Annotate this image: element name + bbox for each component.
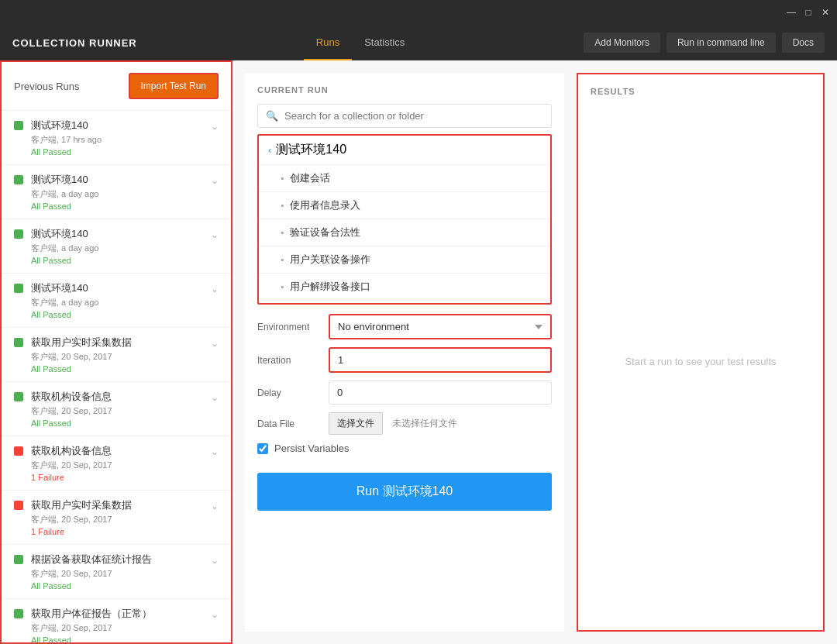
content-area: CURRENT RUN 🔍 ‹ 测试环境140 ▪创建会话▪使用者信息录入▪验证…	[232, 60, 837, 644]
run-item[interactable]: 根据设备获取体征统计报告 客户端, 20 Sep, 2017 All Passe…	[2, 545, 231, 599]
run-status-dot	[14, 338, 23, 347]
run-meta: 客户端, 20 Sep, 2017	[31, 351, 203, 363]
collection-item-label: 创建会话	[290, 171, 330, 185]
run-item[interactable]: 获取用户实时采集数据 客户端, 20 Sep, 2017 All Passed …	[2, 328, 231, 382]
current-run-panel: CURRENT RUN 🔍 ‹ 测试环境140 ▪创建会话▪使用者信息录入▪验证…	[245, 73, 564, 632]
run-info: 获取用户实时采集数据 客户端, 20 Sep, 2017 1 Failure	[31, 498, 203, 536]
run-item[interactable]: 测试环境140 客户端, 17 hrs ago All Passed ⌄	[2, 111, 231, 165]
minimize-button[interactable]: —	[786, 7, 797, 18]
current-run-title: CURRENT RUN	[257, 85, 552, 95]
run-info: 测试环境140 客户端, 17 hrs ago All Passed	[31, 119, 203, 157]
persist-checkbox[interactable]	[257, 443, 268, 454]
results-title: RESULTS	[591, 87, 811, 96]
run-info: 获取用户实时采集数据 客户端, 20 Sep, 2017 All Passed	[31, 336, 203, 374]
run-name: 测试环境140	[31, 227, 203, 241]
environment-select[interactable]: No environment	[329, 314, 552, 339]
iteration-label: Iteration	[257, 355, 319, 366]
run-status-dot	[14, 555, 23, 564]
run-status-text: All Passed	[31, 364, 203, 374]
collection-item-label: 用户解绑设备接口	[290, 280, 370, 294]
folder-icon: ▪	[281, 281, 284, 292]
chevron-icon: ⌄	[211, 392, 219, 403]
run-meta: 客户端, a day ago	[31, 188, 203, 200]
run-meta: 客户端, 20 Sep, 2017	[31, 622, 203, 634]
main-container: Previous Runs Import Test Run 测试环境140 客户…	[0, 60, 837, 644]
run-status-dot	[14, 284, 23, 293]
folder-icon: ▪	[281, 254, 284, 265]
run-status-dot	[14, 121, 23, 130]
run-status-text: 1 Failure	[31, 473, 203, 482]
run-meta: 客户端, a day ago	[31, 297, 203, 308]
sidebar: Previous Runs Import Test Run 测试环境140 客户…	[0, 60, 232, 644]
run-info: 获取机构设备信息 客户端, 20 Sep, 2017 All Passed	[31, 390, 203, 428]
run-status-dot	[14, 229, 23, 239]
sidebar-header: Previous Runs Import Test Run	[2, 62, 231, 111]
run-status-dot	[14, 501, 23, 510]
run-status-dot	[14, 392, 23, 401]
chevron-icon: ⌄	[211, 175, 219, 186]
run-item[interactable]: 获取用户体征报告（正常） 客户端, 20 Sep, 2017 All Passe…	[2, 599, 231, 642]
add-monitors-button[interactable]: Add Monitors	[584, 33, 660, 53]
chevron-icon: ⌄	[211, 446, 219, 457]
run-item[interactable]: 获取机构设备信息 客户端, 20 Sep, 2017 1 Failure ⌄	[2, 436, 231, 491]
chevron-icon: ⌄	[211, 229, 219, 240]
run-name: 获取机构设备信息	[31, 390, 203, 404]
iteration-input[interactable]	[329, 347, 552, 373]
header: COLLECTION RUNNER Runs Statistics Add Mo…	[0, 25, 837, 60]
titlebar: — □ ✕	[0, 0, 837, 25]
run-status-text: All Passed	[31, 147, 203, 157]
run-status-dot	[14, 446, 23, 456]
collection-item[interactable]: ▪使用者信息录入	[259, 192, 550, 219]
run-button[interactable]: Run 测试环境140	[257, 473, 552, 511]
delay-input[interactable]	[329, 381, 552, 405]
choose-file-button[interactable]: 选择文件	[329, 412, 383, 435]
run-meta: 客户端, 20 Sep, 2017	[31, 405, 203, 417]
run-item[interactable]: 测试环境140 客户端, a day ago All Passed ⌄	[2, 219, 231, 274]
sidebar-list: 测试环境140 客户端, 17 hrs ago All Passed ⌄ 测试环…	[2, 111, 231, 642]
delay-label: Delay	[257, 387, 319, 398]
collection-browser: ‹ 测试环境140 ▪创建会话▪使用者信息录入▪验证设备合法性▪用户关联设备操作…	[257, 134, 552, 305]
run-info: 获取用户体征报告（正常） 客户端, 20 Sep, 2017 All Passe…	[31, 607, 203, 642]
persist-row: Persist Variables	[257, 443, 552, 454]
collection-item-label: 用户关联设备操作	[290, 253, 370, 267]
header-buttons: Add Monitors Run in command line Docs	[584, 33, 825, 53]
app-title: COLLECTION RUNNER	[12, 37, 137, 49]
maximize-button[interactable]: □	[803, 7, 814, 18]
collection-back-header[interactable]: ‹ 测试环境140	[259, 136, 550, 165]
run-item[interactable]: 获取用户实时采集数据 客户端, 20 Sep, 2017 1 Failure ⌄	[2, 491, 231, 545]
collection-item[interactable]: ▪获取用户体征报告（正常）	[259, 301, 550, 305]
tab-statistics[interactable]: Statistics	[352, 25, 417, 60]
tab-runs[interactable]: Runs	[304, 25, 352, 60]
collection-header-name: 测试环境140	[276, 142, 346, 158]
run-command-line-button[interactable]: Run in command line	[666, 33, 776, 53]
run-item[interactable]: 测试环境140 客户端, a day ago All Passed ⌄	[2, 274, 231, 328]
persist-label: Persist Variables	[274, 443, 350, 454]
run-status-dot	[14, 609, 23, 618]
run-name: 获取用户体征报告（正常）	[31, 607, 203, 621]
collection-item[interactable]: ▪用户解绑设备接口	[259, 274, 550, 301]
collection-item[interactable]: ▪验证设备合法性	[259, 219, 550, 246]
run-status-text: All Passed	[31, 310, 203, 319]
run-name: 测试环境140	[31, 119, 203, 133]
folder-icon: ▪	[281, 200, 284, 211]
close-button[interactable]: ✕	[820, 7, 831, 18]
search-input[interactable]	[284, 110, 543, 122]
collection-item[interactable]: ▪创建会话	[259, 165, 550, 192]
environment-label: Environment	[257, 322, 319, 332]
collection-item-label: 使用者信息录入	[290, 198, 360, 212]
environment-row: Environment No environment	[257, 314, 552, 339]
chevron-icon: ⌄	[211, 609, 219, 620]
run-item[interactable]: 获取机构设备信息 客户端, 20 Sep, 2017 All Passed ⌄	[2, 382, 231, 436]
data-file-row: Data File 选择文件 未选择任何文件	[257, 412, 552, 435]
run-status-dot	[14, 175, 23, 184]
run-item[interactable]: 测试环境140 客户端, a day ago All Passed ⌄	[2, 165, 231, 219]
run-info: 测试环境140 客户端, a day ago All Passed	[31, 227, 203, 265]
run-info: 测试环境140 客户端, a day ago All Passed	[31, 173, 203, 211]
docs-button[interactable]: Docs	[782, 33, 825, 53]
sidebar-title: Previous Runs	[14, 81, 80, 92]
results-empty-message: Start a run to see your test results	[591, 105, 811, 618]
folder-icon: ▪	[281, 173, 284, 184]
collection-item[interactable]: ▪用户关联设备操作	[259, 246, 550, 274]
run-meta: 客户端, 20 Sep, 2017	[31, 460, 203, 471]
import-test-run-button[interactable]: Import Test Run	[129, 73, 219, 99]
